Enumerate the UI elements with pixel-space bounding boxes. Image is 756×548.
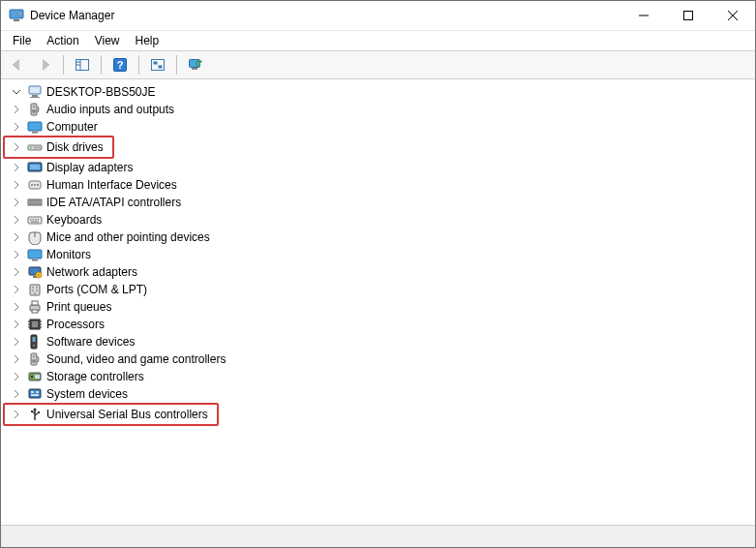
tree-item[interactable]: Sound, video and game controllers: [7, 350, 755, 368]
minimize-icon: [639, 11, 649, 20]
chevron-right-icon[interactable]: [10, 120, 23, 134]
tree-item-label: Network adapters: [46, 265, 137, 279]
hid-icon: [27, 177, 43, 193]
menu-action[interactable]: Action: [39, 32, 86, 49]
tree-row[interactable]: Display adapters: [7, 159, 136, 176]
tree-item[interactable]: System devices: [7, 385, 755, 403]
tree-row[interactable]: Ports (COM & LPT): [7, 281, 150, 298]
tree-row[interactable]: Computer: [7, 118, 101, 136]
scan-hardware-button[interactable]: [145, 52, 170, 77]
speaker-icon: [27, 102, 43, 117]
tree-row[interactable]: Human Interface Devices: [7, 176, 180, 194]
tree-item[interactable]: Human Interface Devices: [7, 176, 755, 194]
back-arrow-icon: [10, 57, 25, 73]
chevron-right-icon[interactable]: [10, 196, 23, 209]
tree-row[interactable]: Print queues: [7, 298, 114, 316]
tree-item-label: Storage controllers: [46, 370, 144, 383]
tree-item[interactable]: Software devices: [7, 333, 755, 350]
forward-button[interactable]: [32, 52, 57, 77]
tree-item[interactable]: Universal Serial Bus controllers: [7, 403, 755, 426]
tree-row[interactable]: Universal Serial Bus controllers: [7, 406, 211, 423]
maximize-button[interactable]: [666, 1, 711, 30]
menu-view[interactable]: View: [87, 32, 128, 49]
tree-row[interactable]: Sound, video and game controllers: [7, 350, 228, 368]
ide-icon: [27, 195, 43, 210]
tree-row[interactable]: Software devices: [7, 333, 137, 350]
tree-item[interactable]: Audio inputs and outputs: [7, 101, 755, 118]
chevron-right-icon[interactable]: [10, 283, 23, 296]
svg-rect-3: [684, 12, 693, 20]
storage-icon: [27, 369, 43, 384]
monitor-icon: [27, 247, 43, 262]
disk-icon: [27, 139, 43, 155]
chevron-right-icon[interactable]: [10, 178, 23, 192]
tree-item[interactable]: Processors: [7, 316, 755, 333]
tree-item[interactable]: Monitors: [7, 246, 755, 263]
help-button[interactable]: ?: [107, 52, 133, 77]
chevron-right-icon[interactable]: [10, 300, 23, 314]
svg-text:?: ?: [117, 59, 124, 71]
chevron-right-icon[interactable]: [10, 318, 23, 331]
tree-item[interactable]: Ports (COM & LPT): [7, 281, 755, 298]
chevron-right-icon[interactable]: [10, 213, 23, 227]
chevron-right-icon[interactable]: [10, 161, 23, 174]
display-icon: [27, 160, 43, 175]
tree-item[interactable]: Keyboards: [7, 211, 755, 228]
tree-item[interactable]: IDE ATA/ATAPI controllers: [7, 194, 755, 211]
tree-item-label: Disk drives: [46, 140, 104, 154]
chevron-right-icon[interactable]: [10, 140, 23, 154]
chevron-down-icon[interactable]: [10, 85, 23, 99]
back-button[interactable]: [5, 52, 30, 77]
show-hide-tree-button[interactable]: [70, 52, 95, 77]
menu-help[interactable]: Help: [128, 32, 167, 49]
tree-row[interactable]: Disk drives: [7, 138, 106, 156]
tree-row[interactable]: Monitors: [7, 246, 94, 263]
toolbar-separator: [63, 55, 64, 75]
status-bar: [1, 525, 755, 547]
device-tree[interactable]: DESKTOP-BBS50JE Audio inputs and outputs…: [1, 79, 755, 525]
close-button[interactable]: [711, 1, 755, 30]
chevron-right-icon[interactable]: [10, 230, 23, 244]
tree-row[interactable]: Keyboards: [7, 211, 105, 228]
tree-item[interactable]: Print queues: [7, 298, 755, 316]
tree-row[interactable]: System devices: [7, 385, 131, 403]
minimize-button[interactable]: [621, 1, 666, 30]
tree-row[interactable]: Storage controllers: [7, 368, 147, 385]
tree-item-label: Processors: [46, 318, 105, 331]
window-title: Device Manager: [30, 9, 114, 22]
svg-rect-14: [192, 68, 197, 70]
chevron-right-icon[interactable]: [10, 387, 23, 401]
chevron-right-icon[interactable]: [10, 103, 23, 116]
chevron-right-icon[interactable]: [10, 352, 23, 366]
menu-file[interactable]: File: [5, 32, 39, 49]
svg-rect-1: [14, 19, 19, 21]
tree-row[interactable]: Processors: [7, 316, 107, 333]
tree-row[interactable]: Mice and other pointing devices: [7, 228, 213, 246]
title-bar: Device Manager: [1, 1, 755, 31]
svg-rect-17: [30, 97, 40, 98]
mouse-icon: [27, 229, 43, 245]
tree-item-label: Universal Serial Bus controllers: [46, 408, 208, 421]
chevron-right-icon[interactable]: [10, 248, 23, 261]
software-icon: [27, 334, 43, 350]
chevron-right-icon[interactable]: [10, 335, 23, 349]
svg-rect-12: [159, 66, 163, 69]
chevron-right-icon[interactable]: [10, 265, 23, 279]
app-icon: [9, 8, 24, 23]
tree-pane-icon: [75, 57, 90, 73]
tree-item[interactable]: Disk drives: [7, 136, 755, 159]
tree-row[interactable]: IDE ATA/ATAPI controllers: [7, 194, 184, 211]
tree-root[interactable]: DESKTOP-BBS50JE: [7, 83, 159, 101]
tree-item[interactable]: Display adapters: [7, 159, 755, 176]
show-hidden-button[interactable]: [183, 52, 208, 77]
svg-rect-16: [32, 95, 38, 97]
forward-arrow-icon: [37, 57, 52, 73]
tree-item[interactable]: Storage controllers: [7, 368, 755, 385]
tree-item[interactable]: Network adapters: [7, 263, 755, 281]
chevron-right-icon[interactable]: [10, 370, 23, 383]
tree-row[interactable]: Network adapters: [7, 263, 140, 281]
chevron-right-icon[interactable]: [10, 408, 23, 421]
tree-row[interactable]: Audio inputs and outputs: [7, 101, 177, 118]
tree-item[interactable]: Mice and other pointing devices: [7, 228, 755, 246]
tree-item[interactable]: Computer: [7, 118, 755, 136]
